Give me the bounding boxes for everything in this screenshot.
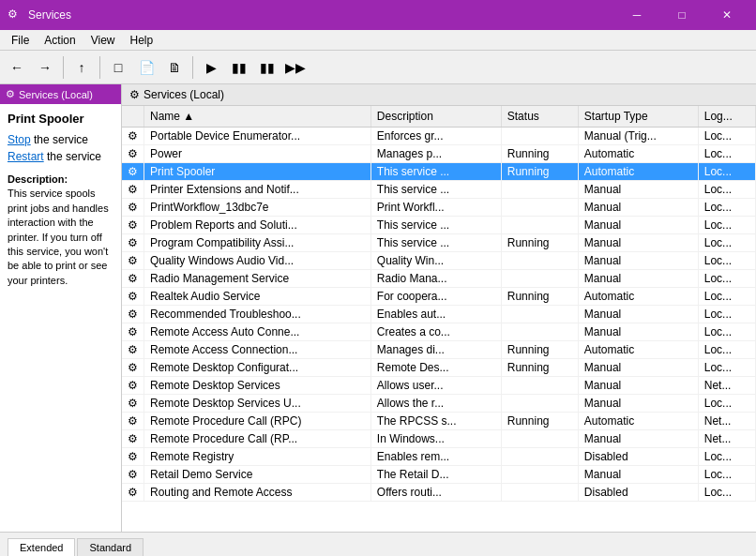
service-icon: ⚙ [128,129,138,143]
table-row[interactable]: ⚙Realtek Audio ServiceFor coopera...Runn… [122,288,756,306]
service-startup-type: Manual [578,217,698,234]
service-log: Net... [698,413,755,430]
service-log: Loc... [698,163,755,181]
window-controls: ─ □ ✕ [615,0,748,30]
toolbar: ← → ↑ □ 📄 🗎 ▶ ▮▮ ▮▮ ▶▶ [0,51,756,84]
col-status[interactable]: Status [501,106,578,128]
table-row[interactable]: ⚙Remote RegistryEnables rem...DisabledLo… [122,448,756,466]
service-icon-cell: ⚙ [122,217,144,234]
service-status [501,466,578,484]
table-row[interactable]: ⚙Remote Desktop ServicesAllows user...Ma… [122,377,756,395]
bottom-tabs: Extended Standard [0,532,756,556]
close-button[interactable]: ✕ [705,0,748,30]
service-status [501,323,578,341]
table-row[interactable]: ⚙Remote Access Connection...Manages di..… [122,341,756,359]
col-name[interactable]: Name ▲ [144,106,371,128]
play-button[interactable]: ▶ [198,54,224,81]
service-description: This service ... [370,181,501,199]
table-row[interactable]: ⚙Remote Desktop Configurat...Remote Des.… [122,359,756,377]
service-status [501,199,578,217]
service-icon: ⚙ [128,450,138,463]
menu-file[interactable]: File [4,32,37,49]
menu-help[interactable]: Help [123,32,161,49]
table-row[interactable]: ⚙Retail Demo ServiceThe Retail D...Manua… [122,466,756,484]
table-row[interactable]: ⚙Printer Extensions and Notif...This ser… [122,181,756,199]
service-startup-type: Manual [578,306,698,323]
tab-extended[interactable]: Extended [8,538,75,556]
service-description: Radio Mana... [370,270,501,288]
table-row[interactable]: ⚙Portable Device Enumerator...Enforces g… [122,128,756,145]
service-icon: ⚙ [128,183,138,196]
menu-action[interactable]: Action [37,32,83,49]
menu-view[interactable]: View [83,32,123,49]
restart-button[interactable]: ▶▶ [282,54,309,81]
restart-link[interactable]: Restart [8,150,44,163]
service-description: Enables aut... [370,306,501,323]
service-description: Enforces gr... [370,128,501,145]
minimize-button[interactable]: ─ [615,0,658,30]
service-log: Loc... [698,217,755,234]
table-row[interactable]: ⚙Problem Reports and Soluti...This servi… [122,217,756,234]
service-startup-type: Manual [578,377,698,395]
right-panel-header: ⚙ Services (Local) [122,84,756,106]
service-name: Portable Device Enumerator... [144,128,371,145]
right-panel-title: Services (Local) [144,88,224,101]
table-row[interactable]: ⚙Remote Procedure Call (RPC)The RPCSS s.… [122,413,756,430]
service-log: Loc... [698,128,755,145]
service-status [501,270,578,288]
service-icon: ⚙ [128,201,138,214]
refresh-button[interactable]: □ [105,54,131,81]
table-row[interactable]: ⚙Radio Management ServiceRadio Mana...Ma… [122,270,756,288]
service-icon-cell: ⚙ [122,484,144,502]
up-button[interactable]: ↑ [68,54,95,81]
service-startup-type: Automatic [578,145,698,163]
back-button[interactable]: ← [4,54,30,81]
service-icon-cell: ⚙ [122,199,144,217]
table-row[interactable]: ⚙Remote Procedure Call (RP...In Windows.… [122,430,756,448]
col-startup[interactable]: Startup Type [578,106,698,128]
pause-button[interactable]: ▮▮ [254,54,280,81]
service-icon-cell: ⚙ [122,395,144,413]
col-log[interactable]: Log... [698,106,755,128]
service-name: Power [144,145,371,163]
table-row[interactable]: ⚙PowerManages p...RunningAutomaticLoc... [122,145,756,163]
service-icon: ⚙ [128,272,138,285]
stop-button[interactable]: ▮▮ [226,54,252,81]
service-icon: ⚙ [128,325,138,338]
maximize-button[interactable]: □ [660,0,703,30]
services-table[interactable]: Name ▲ Description Status Startup Type L… [122,106,756,532]
service-icon-cell: ⚙ [122,306,144,323]
properties-button[interactable]: 📄 [133,54,159,81]
left-panel: ⚙ Services (Local) Print Spooler Stop th… [0,84,122,532]
service-log: Loc... [698,395,755,413]
service-icon: ⚙ [128,343,138,356]
col-description[interactable]: Description [370,106,501,128]
service-name: Remote Registry [144,448,371,466]
service-startup-type: Disabled [578,484,698,502]
service-startup-type: Manual [578,359,698,377]
service-startup-type: Automatic [578,413,698,430]
properties2-button[interactable]: 🗎 [161,54,188,81]
table-row[interactable]: ⚙Quality Windows Audio Vid...Quality Win… [122,252,756,270]
service-description: Creates a co... [370,323,501,341]
service-name: Retail Demo Service [144,466,371,484]
service-icon-cell: ⚙ [122,466,144,484]
app-icon: ⚙ [8,8,23,23]
table-row[interactable]: ⚙Remote Desktop Services U...Allows the … [122,395,756,413]
table-row[interactable]: ⚙PrintWorkflow_13dbc7ePrint Workfl...Man… [122,199,756,217]
service-startup-type: Manual [578,466,698,484]
table-row[interactable]: ⚙Print SpoolerThis service ...RunningAut… [122,163,756,181]
forward-button[interactable]: → [32,54,58,81]
service-name: Remote Access Connection... [144,341,371,359]
table-row[interactable]: ⚙Program Compatibility Assi...This servi… [122,234,756,252]
table-row[interactable]: ⚙Remote Access Auto Conne...Creates a co… [122,323,756,341]
table-row[interactable]: ⚙Recommended Troubleshoo...Enables aut..… [122,306,756,323]
service-description: This service ... [370,217,501,234]
left-panel-content: Print Spooler Stop the service Restart t… [0,104,121,532]
table-row[interactable]: ⚙Routing and Remote AccessOffers routi..… [122,484,756,502]
service-status [501,252,578,270]
service-status: Running [501,145,578,163]
tab-standard[interactable]: Standard [77,538,144,556]
stop-link[interactable]: Stop [8,133,31,146]
service-description: Manages di... [370,341,501,359]
